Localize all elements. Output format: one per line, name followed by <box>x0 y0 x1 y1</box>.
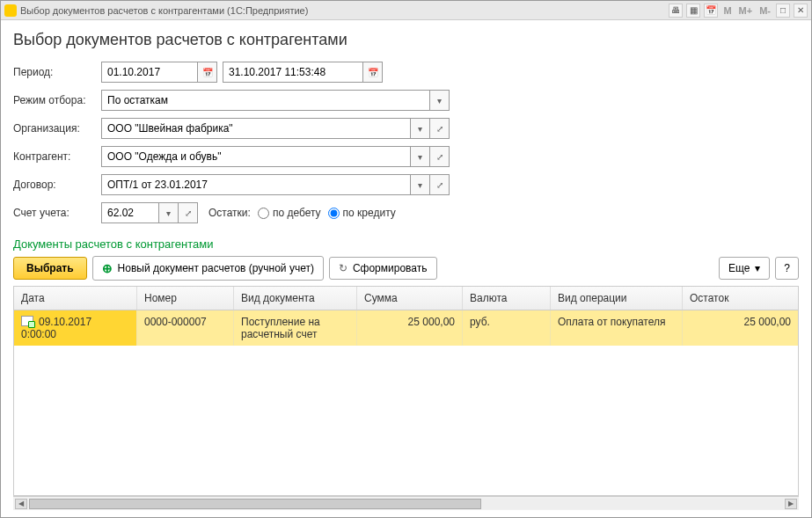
scroll-right-icon[interactable]: ▶ <box>785 499 797 509</box>
more-button[interactable]: Еще ▾ <box>719 257 770 280</box>
app-logo-icon <box>4 4 17 17</box>
cell-date: 09.10.2017 0:00:00 <box>14 310 137 346</box>
counterparty-input[interactable] <box>101 146 411 167</box>
radio-debit-text: по дебету <box>273 207 321 219</box>
scroll-track[interactable] <box>29 499 783 509</box>
account-open-icon[interactable]: ⤢ <box>179 202 198 223</box>
cell-operation: Оплата от покупателя <box>551 310 683 346</box>
counterparty-open-icon[interactable]: ⤢ <box>430 146 450 167</box>
th-doctype[interactable]: Вид документа <box>234 287 357 310</box>
cell-doctype: Поступление на расчетный счет <box>234 310 357 346</box>
radio-credit-label[interactable]: по кредиту <box>328 207 396 219</box>
radio-debit-label[interactable]: по дебету <box>258 207 321 219</box>
calc-icon[interactable]: ▦ <box>686 4 700 18</box>
th-date[interactable]: Дата <box>14 287 137 310</box>
memory-m-button[interactable]: M <box>721 5 733 16</box>
scroll-thumb[interactable] <box>29 499 481 509</box>
radio-credit[interactable] <box>328 208 340 219</box>
contract-dropdown-icon[interactable]: ▾ <box>411 174 430 195</box>
period-label: Период: <box>13 66 101 78</box>
th-number[interactable]: Номер <box>137 287 234 310</box>
org-open-icon[interactable]: ⤢ <box>430 118 450 139</box>
org-row: Организация: ▾ ⤢ <box>13 118 799 139</box>
section-title: Документы расчетов с контрагентами <box>13 237 799 251</box>
balances-label: Остатки: <box>208 207 251 219</box>
cell-sum: 25 000,00 <box>357 310 463 346</box>
table-row[interactable]: 09.10.2017 0:00:00 0000-000007 Поступлен… <box>14 310 798 346</box>
generate-label: Сформировать <box>353 262 428 274</box>
contract-input[interactable] <box>101 174 411 195</box>
generate-button[interactable]: ↻ Сформировать <box>329 257 437 280</box>
contract-row: Договор: ▾ ⤢ <box>13 174 799 195</box>
th-balance[interactable]: Остаток <box>683 287 798 310</box>
org-input[interactable] <box>101 118 411 139</box>
table: Дата Номер Вид документа Сумма Валюта Ви… <box>13 286 799 496</box>
calendar-from-icon[interactable]: 📅 <box>198 62 217 83</box>
radio-credit-text: по кредиту <box>343 207 396 219</box>
filter-mode-row: Режим отбора: ▾ <box>13 90 799 111</box>
counterparty-label: Контрагент: <box>13 150 101 163</box>
content-area: Выбор документов расчетов с контрагентам… <box>1 20 811 517</box>
filter-mode-dropdown-icon[interactable]: ▾ <box>430 90 450 111</box>
account-row: Счет учета: ▾ ⤢ Остатки: по дебету по кр… <box>13 202 799 223</box>
horizontal-scrollbar[interactable]: ◀ ▶ <box>13 496 799 510</box>
period-row: Период: 📅 📅 <box>13 62 799 83</box>
th-sum[interactable]: Сумма <box>357 287 463 310</box>
document-icon <box>21 316 33 326</box>
date-from-input[interactable] <box>101 62 198 83</box>
date-to-input[interactable] <box>223 62 363 83</box>
window-title: Выбор документов расчетов с контрагентам… <box>20 5 669 16</box>
contract-open-icon[interactable]: ⤢ <box>430 174 450 195</box>
refresh-icon: ↻ <box>339 262 347 274</box>
titlebar-controls: 🖶 ▦ 📅 M M+ M- □ ✕ <box>669 4 808 18</box>
page-title: Выбор документов расчетов с контрагентам… <box>13 31 799 49</box>
titlebar: Выбор документов расчетов с контрагентам… <box>1 1 811 20</box>
account-dropdown-icon[interactable]: ▾ <box>159 202 179 223</box>
balances-radio-group: Остатки: по дебету по кредиту <box>208 207 396 219</box>
account-input[interactable] <box>101 202 159 223</box>
table-body: 09.10.2017 0:00:00 0000-000007 Поступлен… <box>14 310 798 495</box>
counterparty-dropdown-icon[interactable]: ▾ <box>411 146 430 167</box>
th-currency[interactable]: Валюта <box>463 287 551 310</box>
org-dropdown-icon[interactable]: ▾ <box>411 118 430 139</box>
filter-mode-input[interactable] <box>101 90 430 111</box>
app-window: Выбор документов расчетов с контрагентам… <box>0 0 812 518</box>
print-icon[interactable]: 🖶 <box>669 4 683 18</box>
toolbar: Выбрать ⊕ Новый документ расчетов (ручно… <box>13 256 799 281</box>
calendar-icon[interactable]: 📅 <box>704 4 718 18</box>
close-icon[interactable]: ✕ <box>794 4 808 18</box>
cell-balance: 25 000,00 <box>683 310 798 346</box>
plus-icon: ⊕ <box>102 261 113 275</box>
help-button[interactable]: ? <box>775 257 799 280</box>
memory-mminus-button[interactable]: M- <box>757 5 772 16</box>
memory-mplus-button[interactable]: M+ <box>737 5 755 16</box>
calendar-to-icon[interactable]: 📅 <box>363 62 383 83</box>
th-operation[interactable]: Вид операции <box>551 287 683 310</box>
filter-mode-label: Режим отбора: <box>13 94 101 106</box>
maximize-icon[interactable]: □ <box>776 4 790 18</box>
org-label: Организация: <box>13 122 101 135</box>
scroll-left-icon[interactable]: ◀ <box>15 499 27 509</box>
account-label: Счет учета: <box>13 207 101 219</box>
new-doc-button[interactable]: ⊕ Новый документ расчетов (ручной учет) <box>92 256 324 281</box>
more-label: Еще <box>728 262 750 274</box>
cell-currency: руб. <box>463 310 551 346</box>
chevron-down-icon: ▾ <box>755 262 760 274</box>
cell-number: 0000-000007 <box>137 310 234 346</box>
contract-label: Договор: <box>13 179 101 191</box>
radio-debit[interactable] <box>258 208 269 219</box>
table-header: Дата Номер Вид документа Сумма Валюта Ви… <box>14 287 798 310</box>
select-button[interactable]: Выбрать <box>13 257 87 280</box>
new-doc-label: Новый документ расчетов (ручной учет) <box>118 262 314 274</box>
counterparty-row: Контрагент: ▾ ⤢ <box>13 146 799 167</box>
